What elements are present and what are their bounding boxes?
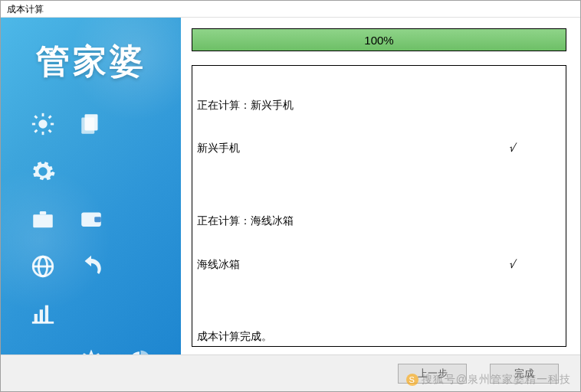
svg-point-0 — [38, 119, 47, 128]
sidebar-icon-grid — [1, 96, 181, 354]
empty-slot-5 — [119, 250, 159, 283]
star-icon — [71, 345, 111, 354]
finish-button[interactable]: 完成 — [490, 364, 559, 384]
app-window: 成本计算 管家婆 — [0, 0, 581, 392]
log-line: 正在计算：新兴手机 — [197, 98, 561, 113]
log-line: 海线冰箱 √ — [197, 257, 561, 272]
empty-slot-2 — [71, 155, 111, 188]
check-mark-icon: √ — [509, 141, 561, 155]
pie-chart-icon — [119, 345, 159, 354]
globe-icon — [22, 250, 63, 283]
log-output[interactable]: 正在计算：新兴手机 新兴手机 √ 正在计算：海线冰箱 海线冰箱 √ 成本计算完成… — [192, 65, 566, 347]
window-title: 成本计算 — [7, 4, 44, 15]
svg-rect-11 — [33, 214, 53, 227]
bar-chart-icon — [22, 297, 63, 331]
empty-slot-7 — [119, 297, 159, 331]
progress-label: 100% — [192, 29, 566, 51]
svg-line-7 — [34, 130, 37, 132]
svg-rect-19 — [39, 309, 42, 322]
documents-icon — [71, 107, 111, 141]
gear-icon — [22, 155, 63, 188]
log-line: 正在计算：海线冰箱 — [197, 214, 561, 228]
main-panel: 100% 正在计算：新兴手机 新兴手机 √ 正在计算：海线冰箱 海线冰箱 √ 成… — [181, 18, 580, 354]
empty-slot-3 — [119, 155, 159, 188]
svg-line-8 — [48, 116, 51, 118]
brand-logo: 管家婆 — [1, 18, 181, 96]
svg-line-5 — [34, 116, 37, 118]
empty-slot-4 — [119, 202, 159, 236]
title-bar: 成本计算 — [1, 1, 580, 18]
svg-rect-18 — [34, 314, 37, 322]
prev-button[interactable]: 上一步 — [398, 364, 467, 384]
empty-slot-1 — [119, 107, 159, 141]
svg-rect-10 — [81, 118, 94, 134]
empty-slot-8 — [22, 345, 63, 354]
log-item-name: 海线冰箱 — [197, 257, 240, 272]
check-mark-icon: √ — [509, 257, 561, 272]
briefcase-icon — [22, 202, 63, 236]
sidebar: 管家婆 — [1, 18, 181, 354]
empty-slot-6 — [71, 297, 111, 331]
wallet-icon — [71, 202, 111, 236]
undo-icon — [71, 250, 111, 283]
log-line: 成本计算完成。 — [197, 329, 561, 344]
sun-icon — [22, 107, 63, 141]
log-line: 新兴手机 √ — [197, 141, 561, 155]
footer-bar: 上一步 完成 S搜狐号@泉州管家婆精一科技 — [1, 354, 580, 391]
svg-line-6 — [48, 130, 51, 132]
svg-rect-12 — [39, 211, 46, 214]
svg-rect-20 — [44, 305, 48, 323]
content-area: 管家婆 — [1, 18, 580, 354]
log-item-name: 新兴手机 — [197, 141, 240, 155]
progress-bar: 100% — [192, 28, 566, 51]
svg-rect-14 — [94, 217, 101, 222]
